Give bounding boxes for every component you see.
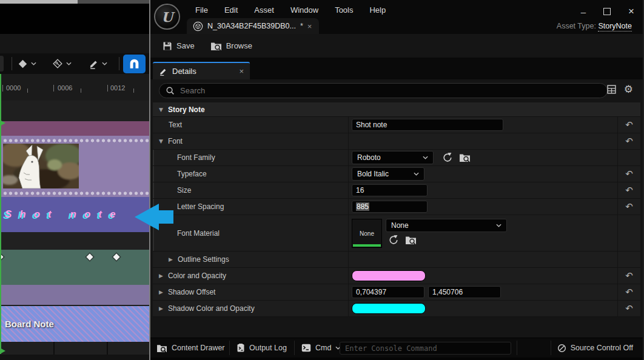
color-and-opacity-label: Color and Opacity — [168, 272, 226, 280]
titlebar: U File Edit Asset Window Tools Help – × … — [150, 0, 643, 34]
edit-mode-button[interactable] — [83, 55, 113, 73]
font-material-dropdown[interactable]: None — [386, 219, 507, 232]
filmstrip-track[interactable] — [0, 136, 149, 197]
window-controls: – × — [581, 5, 634, 18]
board-note-clip[interactable]: Board Note — [0, 306, 149, 342]
browse-to-asset-icon[interactable] — [459, 153, 471, 162]
partial-button[interactable] — [0, 56, 4, 72]
menu-window[interactable]: Window — [290, 5, 318, 15]
save-floppy-icon — [163, 41, 172, 51]
typeface-label: Typeface — [177, 170, 207, 178]
font-material-thumbnail[interactable]: None — [352, 219, 382, 248]
chevron-down-icon — [31, 62, 36, 65]
maximize-button[interactable] — [603, 8, 611, 15]
toolbar-separator — [119, 57, 119, 70]
close-window-button[interactable]: × — [628, 5, 634, 18]
chevron-down-icon — [496, 224, 501, 227]
panel-tabstrip: Details × — [150, 58, 643, 79]
keyframe-button[interactable] — [12, 55, 42, 73]
size-input[interactable] — [352, 184, 428, 196]
letter-spacing-label: Letter Spacing — [177, 202, 224, 211]
source-control-button[interactable]: Source Control Off — [557, 338, 633, 358]
display-grid-icon[interactable] — [607, 85, 616, 94]
cmd-selector-button[interactable]: Cmd — [301, 338, 341, 358]
search-bar[interactable] — [159, 83, 608, 98]
section-story-note[interactable]: ▼ Story Note — [153, 102, 640, 117]
asset-toolbar: Save Browse — [150, 34, 643, 58]
purple-track[interactable] — [0, 285, 149, 305]
letter-spacing-input[interactable]: 885 — [352, 201, 428, 213]
revert-icon[interactable]: ↶ — [625, 121, 633, 130]
sequencer-window: 0000 0006 0012 — [0, 0, 149, 360]
revert-icon[interactable]: ↶ — [625, 170, 633, 179]
row-shadow-color: ▶ Shadow Color and Opacity ↶ — [153, 301, 640, 317]
collapse-triangle-icon[interactable]: ▶ — [159, 273, 163, 279]
details-tab[interactable]: Details × — [153, 62, 250, 79]
revert-icon[interactable]: ↶ — [625, 272, 633, 281]
keyframe-diamond[interactable] — [113, 253, 119, 260]
menu-tools[interactable]: Tools — [335, 5, 353, 15]
revert-icon[interactable]: ↶ — [625, 288, 633, 297]
color-swatch[interactable] — [352, 270, 426, 281]
shot-thumbnail-image[interactable] — [3, 144, 79, 188]
collapse-triangle-icon[interactable]: ▶ — [159, 289, 163, 295]
status-bar: Content Drawer Output Log Cmd — [150, 338, 643, 360]
text-input[interactable] — [352, 119, 503, 131]
ruler-tick — [81, 88, 81, 93]
collapse-triangle-icon[interactable]: ▶ — [169, 256, 173, 262]
expand-triangle-icon[interactable]: ▼ — [159, 138, 163, 144]
settings-gear-icon[interactable]: ⚙ — [624, 83, 633, 95]
film-sprockets — [0, 190, 149, 195]
keyframe-track[interactable] — [0, 250, 149, 285]
row-text: Text ↶ — [153, 117, 640, 133]
shadow-color-swatch[interactable] — [352, 303, 426, 314]
chevron-down-icon — [423, 156, 428, 159]
search-input[interactable] — [179, 85, 601, 96]
keyframe-diamond[interactable] — [86, 253, 93, 260]
row-color-and-opacity: ▶ Color and Opacity ↶ — [153, 268, 640, 284]
console-command-input[interactable] — [340, 342, 511, 355]
typeface-dropdown[interactable]: Bold Italic — [352, 167, 424, 181]
content-drawer-button[interactable]: Content Drawer — [156, 338, 225, 358]
sequencer-toolbar — [0, 53, 149, 74]
menu-help[interactable]: Help — [369, 5, 386, 15]
ruler-tick — [107, 85, 108, 92]
asset-type-value[interactable]: StoryNote — [598, 22, 632, 32]
details-pencil-icon — [159, 67, 167, 76]
revert-icon[interactable]: ↶ — [625, 202, 633, 212]
browse-to-asset-icon[interactable] — [405, 235, 417, 245]
note-track[interactable]: Shot note — [0, 197, 149, 232]
use-selected-asset-icon[interactable] — [388, 235, 399, 245]
collapse-triangle-icon[interactable]: ▶ — [159, 305, 163, 312]
menu-file[interactable]: File — [195, 5, 208, 15]
minimize-button[interactable]: – — [581, 7, 586, 17]
browse-button[interactable]: Browse — [210, 41, 252, 51]
close-details-tab-icon[interactable]: × — [239, 67, 244, 76]
output-log-button[interactable]: Output Log — [236, 338, 287, 358]
use-selected-asset-icon[interactable] — [442, 152, 453, 163]
row-shadow-offset: ▶ Shadow Offset ↶ — [153, 284, 640, 301]
expand-triangle-icon[interactable]: ▼ — [159, 107, 163, 113]
unreal-editor-window: U File Edit Asset Window Tools Help – × … — [149, 0, 643, 360]
ruler-label: 0012 — [110, 84, 125, 92]
revert-icon[interactable]: ↶ — [625, 137, 633, 146]
statusbar-separator — [294, 341, 295, 355]
auto-key-button[interactable] — [47, 55, 77, 73]
source-control-label: Source Control Off — [571, 344, 633, 352]
menu-edit[interactable]: Edit — [224, 5, 238, 15]
asset-tab[interactable]: N_30A34B2F45B39DB0... * × — [187, 18, 319, 34]
snap-toggle-button[interactable] — [123, 55, 146, 73]
close-tab-icon[interactable]: × — [307, 22, 312, 31]
letter-spacing-value: 885 — [356, 202, 369, 211]
save-button[interactable]: Save — [163, 41, 195, 51]
shot-section-bar[interactable] — [0, 121, 149, 136]
font-family-dropdown[interactable]: Roboto — [352, 151, 434, 164]
menu-asset[interactable]: Asset — [254, 5, 274, 15]
timeline-ruler[interactable]: 0000 0006 0012 — [0, 74, 149, 101]
statusbar-separator — [517, 341, 517, 355]
shadow-offset-y-input[interactable] — [428, 286, 501, 298]
playhead-line[interactable] — [0, 74, 1, 354]
shadow-offset-x-input[interactable] — [352, 286, 424, 298]
revert-icon[interactable]: ↶ — [625, 304, 633, 313]
revert-icon[interactable]: ↶ — [625, 186, 633, 195]
